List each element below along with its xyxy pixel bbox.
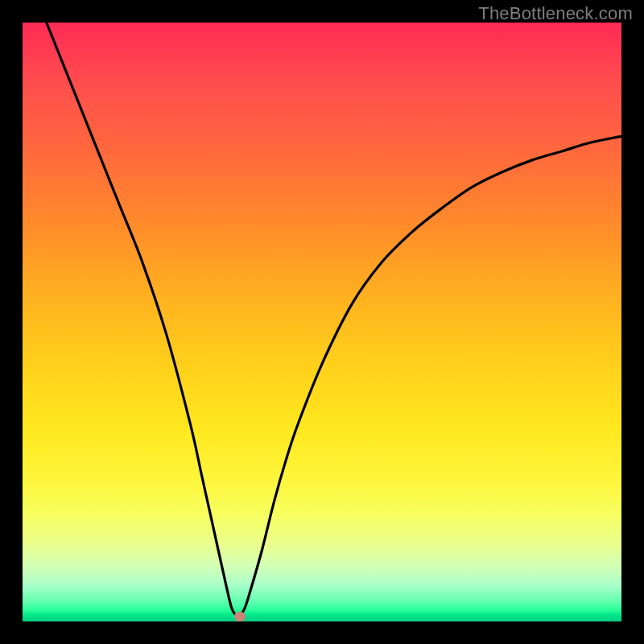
optimal-point-marker <box>234 612 246 621</box>
watermark-text: TheBottleneck.com <box>478 3 633 24</box>
plot-area <box>23 23 621 621</box>
chart-frame: TheBottleneck.com <box>0 0 644 644</box>
bottleneck-curve <box>23 23 621 621</box>
